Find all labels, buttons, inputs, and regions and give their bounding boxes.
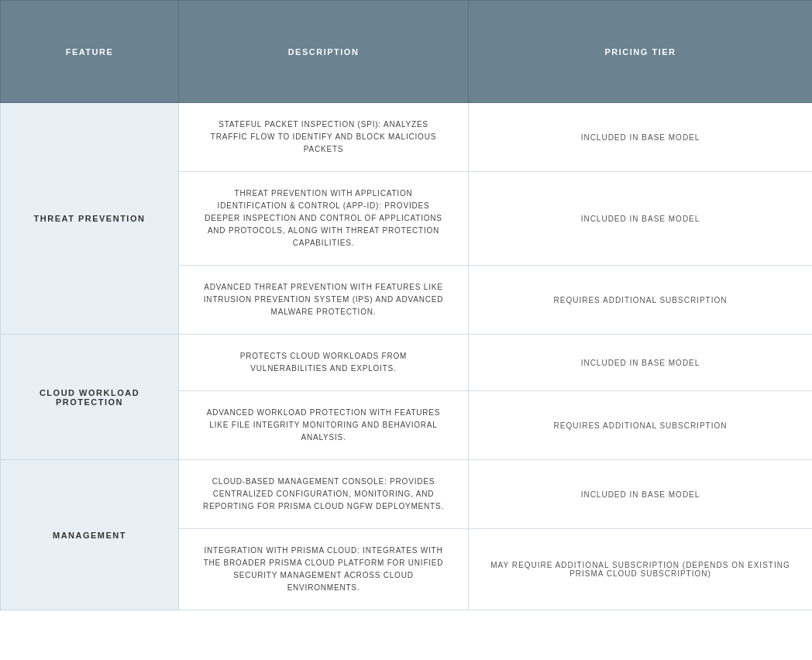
category-1: CLOUD WORKLOAD PROTECTION [1, 335, 179, 460]
header-description: DESCRIPTION [179, 1, 469, 103]
pricing-2-0: INCLUDED IN BASE MODEL [469, 460, 813, 529]
category-0: THREAT PREVENTION [1, 103, 179, 335]
description-1-1: ADVANCED WORKLOAD PROTECTION WITH FEATUR… [179, 391, 469, 460]
description-2-1: INTEGRATION WITH PRISMA CLOUD: INTEGRATE… [179, 529, 469, 610]
pricing-1-1: REQUIRES ADDITIONAL SUBSCRIPTION [469, 391, 813, 460]
main-table: FEATURE DESCRIPTION PRICING TIER THREAT … [0, 0, 812, 610]
pricing-0-2: REQUIRES ADDITIONAL SUBSCRIPTION [469, 266, 813, 335]
pricing-1-0: INCLUDED IN BASE MODEL [469, 335, 813, 391]
pricing-0-1: INCLUDED IN BASE MODEL [469, 172, 813, 266]
header-pricing: PRICING TIER [469, 1, 813, 103]
pricing-2-1: MAY REQUIRE ADDITIONAL SUBSCRIPTION (DEP… [469, 529, 813, 610]
description-0-1: THREAT PREVENTION WITH APPLICATION IDENT… [179, 172, 469, 266]
description-1-0: PROTECTS CLOUD WORKLOADS FROM VULNERABIL… [179, 335, 469, 391]
description-2-0: CLOUD-BASED MANAGEMENT CONSOLE: PROVIDES… [179, 460, 469, 529]
header-feature: FEATURE [1, 1, 179, 103]
description-0-2: ADVANCED THREAT PREVENTION WITH FEATURES… [179, 266, 469, 335]
category-2: MANAGEMENT [1, 460, 179, 610]
pricing-0-0: INCLUDED IN BASE MODEL [469, 103, 813, 172]
description-0-0: STATEFUL PACKET INSPECTION (SPI): ANALYZ… [179, 103, 469, 172]
